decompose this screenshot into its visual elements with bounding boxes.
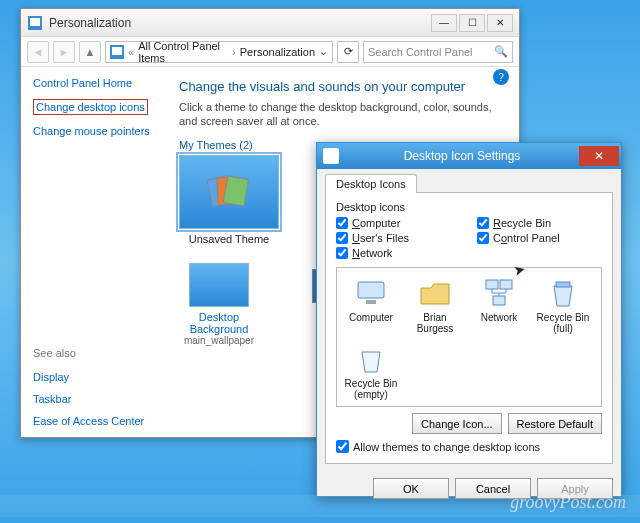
forward-button[interactable]: ►	[53, 41, 75, 63]
theme-swatch-icon	[209, 177, 249, 207]
dialog-titlebar[interactable]: Desktop Icon Settings ✕	[317, 143, 621, 169]
window-icon	[27, 15, 43, 31]
tab-panel: Desktop icons Computer Recycle Bin User'…	[325, 193, 613, 464]
checkbox-users-files[interactable]: User's Files	[336, 232, 461, 244]
minimize-button[interactable]: —	[431, 14, 457, 32]
change-mouse-pointers-link[interactable]: Change mouse pointers	[33, 125, 159, 137]
search-placeholder: Search Control Panel	[368, 46, 490, 58]
breadcrumb-current[interactable]: Personalization	[240, 46, 315, 58]
checkbox-computer[interactable]: Computer	[336, 217, 461, 229]
tab-strip: Desktop Icons	[325, 173, 613, 193]
svg-rect-6	[486, 280, 498, 289]
toolbar: ◄ ► ▲ « All Control Panel Items › Person…	[21, 37, 519, 67]
checkbox-network[interactable]: Network	[336, 247, 461, 259]
bg-label: Desktop Background	[179, 311, 259, 335]
ease-of-access-link[interactable]: Ease of Access Center	[33, 415, 159, 427]
window-title: Personalization	[49, 16, 431, 30]
page-heading: Change the visuals and sounds on your co…	[179, 79, 511, 94]
svg-rect-4	[358, 282, 384, 298]
icon-label: Brian Burgess	[407, 312, 463, 334]
breadcrumb-root[interactable]: All Control Panel Items	[138, 40, 228, 64]
bg-sublabel: main_wallpaper	[179, 335, 259, 346]
search-input[interactable]: Search Control Panel 🔍	[363, 41, 513, 63]
checkbox-control-panel[interactable]: Control Panel	[477, 232, 602, 244]
desktop-background-item[interactable]: Desktop Background main_wallpaper	[179, 263, 259, 346]
desktop-icon-settings-dialog: Desktop Icon Settings ✕ Desktop Icons De…	[316, 142, 622, 497]
svg-rect-8	[493, 296, 505, 305]
icon-recycle-bin-empty[interactable]: Recycle Bin (empty)	[343, 342, 399, 400]
dialog-close-button[interactable]: ✕	[579, 146, 619, 166]
svg-rect-1	[30, 18, 40, 26]
allow-themes-checkbox[interactable]: Allow themes to change desktop icons	[336, 440, 602, 453]
control-panel-icon	[110, 45, 124, 59]
icon-label: Recycle Bin (empty)	[343, 378, 399, 400]
close-button[interactable]: ✕	[487, 14, 513, 32]
refresh-button[interactable]: ⟳	[337, 41, 359, 63]
dialog-icon	[323, 148, 339, 164]
group-label: Desktop icons	[336, 201, 602, 213]
chevron-icon: ›	[232, 46, 236, 58]
change-desktop-icons-link[interactable]: Change desktop icons	[33, 99, 148, 115]
icon-label: Computer	[343, 312, 399, 323]
maximize-button[interactable]: ☐	[459, 14, 485, 32]
dialog-title: Desktop Icon Settings	[345, 149, 579, 163]
tab-desktop-icons[interactable]: Desktop Icons	[325, 174, 417, 193]
taskbar-link[interactable]: Taskbar	[33, 393, 159, 405]
up-button[interactable]: ▲	[79, 41, 101, 63]
chevron-icon: «	[128, 46, 134, 58]
change-icon-button[interactable]: Change Icon...	[412, 413, 502, 434]
search-icon: 🔍	[494, 45, 508, 58]
allow-themes-label: Allow themes to change desktop icons	[353, 441, 540, 453]
display-link[interactable]: Display	[33, 371, 159, 383]
back-button[interactable]: ◄	[27, 41, 49, 63]
watermark: groovyPost.com	[510, 492, 626, 513]
checkbox-recycle-bin[interactable]: Recycle Bin	[477, 217, 602, 229]
icon-network[interactable]: Network	[471, 276, 527, 334]
svg-rect-7	[500, 280, 512, 289]
theme-label: Unsaved Theme	[179, 233, 279, 245]
background-thumbnail	[189, 263, 249, 307]
icon-label: Network	[471, 312, 527, 323]
help-icon[interactable]: ?	[493, 69, 509, 85]
theme-tile-unsaved[interactable]: Unsaved Theme	[179, 155, 279, 245]
svg-rect-3	[112, 47, 122, 55]
svg-rect-5	[366, 300, 376, 304]
dropdown-icon[interactable]: ⌄	[319, 45, 328, 58]
page-description: Click a theme to change the desktop back…	[179, 100, 511, 129]
sidebar: Control Panel Home Change desktop icons …	[21, 67, 171, 437]
icon-recycle-bin-full[interactable]: Recycle Bin (full)	[535, 276, 591, 334]
icon-label: Recycle Bin (full)	[535, 312, 591, 334]
icon-checkboxes: Computer Recycle Bin User's Files Contro…	[336, 217, 602, 259]
address-bar[interactable]: « All Control Panel Items › Personalizat…	[105, 41, 333, 63]
icon-preview-box: Computer Brian Burgess Network Recycle B…	[336, 267, 602, 407]
titlebar[interactable]: Personalization — ☐ ✕	[21, 9, 519, 37]
control-panel-home-link[interactable]: Control Panel Home	[33, 77, 159, 89]
icon-computer[interactable]: Computer	[343, 276, 399, 334]
see-also-label: See also	[33, 347, 159, 359]
restore-default-button[interactable]: Restore Default	[508, 413, 602, 434]
icon-user-folder[interactable]: Brian Burgess	[407, 276, 463, 334]
svg-rect-9	[556, 282, 570, 287]
